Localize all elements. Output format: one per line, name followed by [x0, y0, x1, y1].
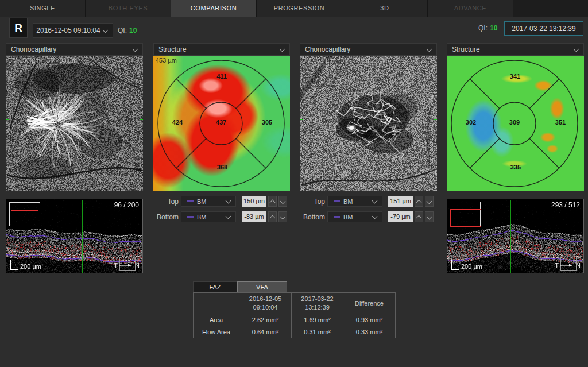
chevron-down-icon [103, 27, 109, 33]
nasal-label: N [135, 262, 140, 269]
top-layer-value: BM [197, 198, 226, 205]
bm-line-swatch [334, 200, 340, 202]
choriocapillary-enface-image[interactable] [300, 56, 437, 191]
bottom-offset-decrement-button[interactable] [425, 211, 434, 222]
top-offset-field[interactable]: 151 µm [388, 196, 413, 207]
layer-select-2[interactable]: Structure [153, 43, 290, 56]
chevron-up-icon [416, 199, 422, 205]
table-row: Area 2.62 mm² 1.69 mm² 0.93 mm² [194, 314, 396, 326]
layer-select-3-value: Choriocapillary [300, 45, 427, 53]
flow-area-difference-value: 0.33 mm² [343, 326, 396, 338]
top-offset-decrement-button[interactable] [278, 196, 287, 207]
scale-bar: 200 µm [451, 260, 482, 270]
slab-bottom-row-right: Bottom BM -79 µm [300, 211, 434, 222]
arrow-right-icon [119, 263, 134, 268]
top-layer-select[interactable]: BM [327, 196, 382, 207]
chevron-down-icon [427, 46, 432, 52]
qi-value: 10 [490, 24, 497, 32]
bottom-layer-select[interactable]: BM [327, 211, 382, 222]
grid-value-superior: 341 [510, 73, 520, 80]
layer-select-3[interactable]: Choriocapillary [300, 43, 437, 56]
chevron-down-icon [427, 214, 432, 220]
chevron-down-icon [280, 46, 285, 52]
row-label: Area [194, 314, 239, 326]
area-exam1-value: 2.62 mm² [239, 314, 292, 326]
temporal-label: T [555, 262, 559, 269]
bottom-label: Bottom [153, 213, 181, 221]
qi-label: QI: [478, 24, 488, 32]
layer-select-2-value: Structure [154, 45, 280, 53]
enface-image-panel-1[interactable]: BM,150 µm - BM -83 µm [6, 56, 143, 191]
tab-advance: ADVANCE [428, 0, 513, 17]
difference-header: Difference [343, 293, 396, 314]
nasal-label: N [576, 262, 581, 269]
scale-bracket-icon [10, 260, 18, 270]
layer-select-1[interactable]: Choriocapillary [6, 43, 143, 56]
slab-bottom-row-left: Bottom BM -83 µm [153, 211, 287, 222]
chevron-up-icon [270, 199, 276, 205]
flow-area-exam2-value: 0.31 mm² [292, 326, 343, 338]
tab-vfa[interactable]: VFA [237, 281, 287, 292]
qi-label: QI: [118, 26, 127, 34]
bottom-offset-decrement-button[interactable] [278, 211, 287, 222]
top-label: Top [300, 198, 327, 206]
chevron-down-icon [280, 199, 286, 204]
tab-progression[interactable]: PROGRESSION [257, 0, 342, 17]
top-offset-decrement-button[interactable] [425, 196, 434, 207]
enface-image-panel-2[interactable]: BM,151 µm - BM -79 µm [300, 56, 437, 191]
choriocapillary-enface-image[interactable] [6, 56, 143, 191]
chevron-down-icon [226, 214, 231, 219]
top-layer-value: BM [343, 198, 373, 205]
bottom-offset-field[interactable]: -83 µm [242, 211, 266, 222]
flow-region-outline [11, 210, 38, 225]
right-exam-date-button[interactable]: 2017-03-22 13:12:39 [504, 21, 583, 36]
table-header-row: 2016-12-05 09:10:04 2017-03-22 13:12:39 … [194, 293, 396, 314]
top-offset-increment-button[interactable] [268, 196, 277, 207]
chevron-down-icon [372, 198, 378, 204]
bottom-offset-increment-button[interactable] [268, 211, 277, 222]
frame-counter: 96 / 200 [114, 201, 139, 209]
area-exam2-value: 1.69 mm² [292, 314, 343, 326]
laterality-right-button[interactable]: R [9, 18, 28, 38]
top-offset-field[interactable]: 150 µm [242, 196, 266, 207]
left-exam-date-select[interactable]: 2016-12-05 09:10:04 [33, 23, 113, 38]
tab-single[interactable]: SINGLE [0, 0, 86, 17]
bottom-layer-value: BM [197, 214, 226, 221]
top-label: Top [153, 198, 181, 206]
qi-value: 10 [129, 26, 137, 34]
tab-both-eyes: BOTH EYES [86, 0, 171, 17]
right-qi-badge: QI:10 [478, 21, 497, 36]
bscan-viewer-right[interactable]: 293 / 512 200 µm T N [447, 199, 584, 273]
thickness-map-panel-1[interactable]: 411 424 437 305 368 453 µm [153, 56, 290, 191]
scale-bar: 200 µm [10, 260, 41, 270]
top-offset-increment-button[interactable] [415, 196, 423, 207]
bottom-layer-select[interactable]: BM [181, 211, 236, 222]
flow-area-exam1-value: 0.64 mm² [239, 326, 292, 338]
bottom-offset-increment-button[interactable] [415, 211, 423, 222]
row-label: Flow Area [194, 326, 239, 338]
grid-value-superior: 411 [216, 73, 227, 80]
top-layer-select[interactable]: BM [181, 196, 236, 207]
main-tab-bar: SINGLE BOTH EYES COMPARISON PROGRESSION … [0, 0, 588, 17]
tab-3d[interactable]: 3D [342, 0, 428, 17]
exam2-date-header: 2017-03-22 13:12:39 [292, 293, 343, 314]
grid-value-center: 309 [509, 119, 520, 126]
layer-select-4[interactable]: Structure [447, 43, 584, 56]
layer-select-1-value: Choriocapillary [6, 45, 133, 53]
bscan-viewer-left[interactable]: 96 / 200 200 µm T N [6, 199, 143, 273]
grid-value-inferior: 335 [510, 164, 521, 171]
bottom-offset-field[interactable]: -79 µm [388, 211, 413, 222]
frame-counter: 293 / 512 [551, 201, 580, 209]
scale-label: 200 µm [20, 263, 41, 270]
thickness-map-panel-2[interactable]: 341 302 309 351 335 [447, 56, 584, 191]
scale-bracket-icon [451, 260, 459, 270]
left-qi-badge: QI:10 [118, 23, 137, 38]
grid-value-center: 437 [216, 119, 226, 126]
chevron-down-icon [133, 46, 138, 52]
chevron-up-icon [270, 215, 276, 221]
tab-faz[interactable]: FAZ [193, 281, 237, 292]
tab-comparison[interactable]: COMPARISON [171, 0, 257, 17]
thickness-cursor-label: 453 µm [156, 57, 177, 64]
area-difference-value: 0.93 mm² [343, 314, 396, 326]
crosshair-tick [140, 119, 143, 120]
